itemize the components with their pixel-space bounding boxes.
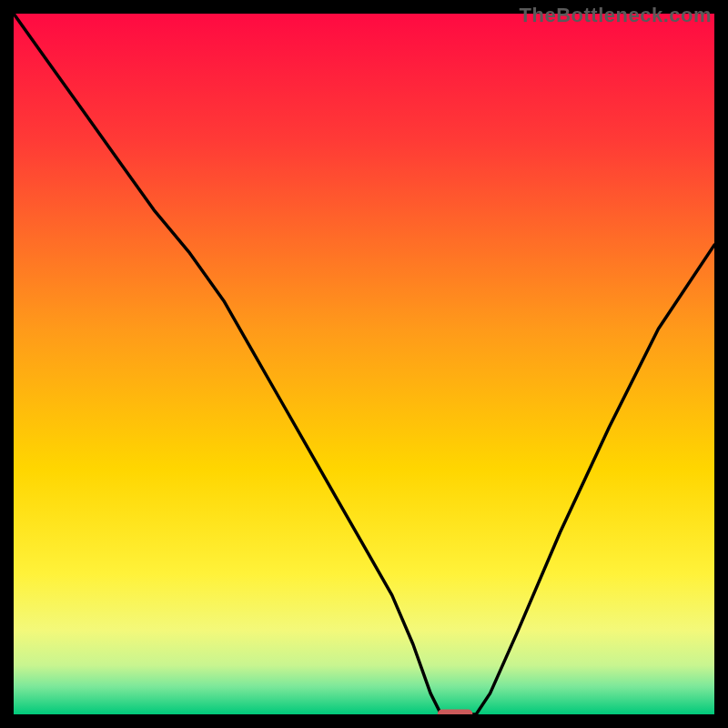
optimal-marker <box>438 710 472 714</box>
gradient-background <box>14 14 714 714</box>
chart-container <box>14 14 714 714</box>
attribution-text: TheBottleneck.com <box>520 4 712 27</box>
bottleneck-chart <box>14 14 714 714</box>
